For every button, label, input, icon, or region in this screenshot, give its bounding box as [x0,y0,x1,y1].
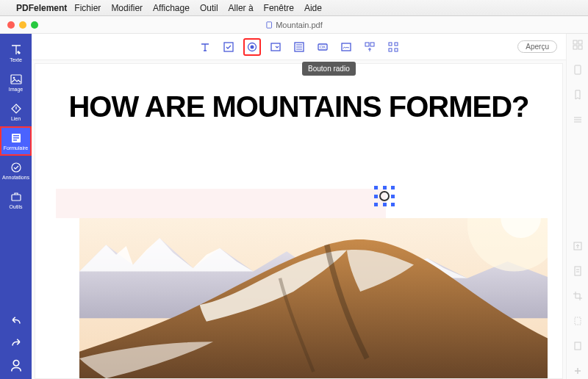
svg-rect-34 [575,317,581,325]
menu-fenetre[interactable]: Fenêtre [264,3,294,13]
traffic-lights [0,21,38,29]
macos-menubar: PDFelement Fichier Modifier Affichage Ou… [0,0,588,16]
svg-rect-35 [575,342,581,350]
svg-rect-5 [13,137,19,139]
left-sidebar: Texte Image Lien Formulaire Annotations … [0,34,32,379]
tool-annotations[interactable]: Annotations [0,156,32,185]
page-mountain-image [79,218,548,378]
panel-export-icon[interactable] [573,241,583,254]
document-canvas[interactable]: HOW ARE MOUNTAINS FORMED? [35,63,563,379]
svg-point-2 [12,76,15,79]
form-icon [10,132,22,144]
menu-outil[interactable]: Outil [200,3,218,13]
svg-rect-0 [267,21,272,27]
undo-button[interactable] [9,314,24,329]
svg-rect-27 [573,40,577,44]
menu-allera[interactable]: Aller à [229,3,254,13]
app-name[interactable]: PDFelement [16,3,67,13]
form-textfield-button[interactable] [196,38,214,56]
svg-rect-17 [342,43,351,51]
svg-rect-28 [578,40,582,44]
svg-point-7 [12,163,21,172]
page-headline: HOW ARE MOUNTAINS FORMED? [35,90,562,123]
panel-page-icon[interactable] [573,65,583,78]
svg-rect-4 [13,135,19,137]
tool-outils[interactable]: Outils [0,185,32,214]
link-icon [10,103,22,115]
svg-rect-33 [575,267,581,275]
svg-point-9 [13,361,19,367]
form-dropdown-button[interactable] [267,38,284,56]
svg-rect-21 [395,43,398,46]
page-pink-block [56,189,386,218]
panel-add-icon[interactable] [573,366,583,379]
svg-rect-30 [578,46,582,49]
form-radio-button[interactable] [243,38,261,56]
window-titlebar: Mountain.pdf [0,16,588,34]
form-align-button[interactable] [361,38,379,56]
close-window-button[interactable] [7,21,15,29]
form-checkbox-button[interactable] [220,38,237,56]
radio-ring-icon [379,191,390,201]
image-icon [10,73,22,85]
radio-tooltip: Bouton radio [302,62,356,76]
panel-page2-icon[interactable] [573,316,583,329]
panel-grid-icon[interactable] [573,40,583,53]
svg-rect-18 [365,43,369,46]
form-button-button[interactable]: OK [314,38,331,56]
panel-lines-icon[interactable] [573,115,583,128]
svg-rect-22 [389,48,392,51]
svg-rect-20 [389,43,392,46]
panel-bookmark-icon[interactable] [573,90,583,103]
menu-fichier[interactable]: Fichier [74,3,101,13]
form-signature-button[interactable] [337,38,355,56]
svg-rect-1 [11,75,21,84]
fullscreen-window-button[interactable] [31,21,38,29]
form-listbox-button[interactable] [290,38,308,56]
document-icon [265,21,273,29]
right-sidebar [566,34,588,379]
svg-rect-6 [13,140,17,141]
text-edit-icon [10,44,22,56]
editor-center: OK Aperçu Bouton radio HOW ARE MOUNTAINS… [32,34,566,379]
minimize-window-button[interactable] [19,21,26,29]
panel-crop-icon[interactable] [573,291,583,304]
tool-image[interactable]: Image [0,68,32,97]
form-more-button[interactable] [384,38,402,56]
document-title-text: Mountain.pdf [276,21,323,29]
svg-text:OK: OK [319,45,326,49]
tool-texte[interactable]: Texte [0,38,32,68]
svg-rect-10 [224,43,233,51]
svg-rect-23 [395,48,398,51]
menu-affichage[interactable]: Affichage [153,3,190,13]
svg-point-12 [250,45,254,48]
panel-page3-icon[interactable] [573,341,583,354]
svg-rect-13 [271,43,280,51]
form-toolbar: OK Aperçu Bouton radio [32,34,566,60]
annotations-icon [10,162,22,173]
menu-modifier[interactable]: Modifier [111,3,143,13]
menu-aide[interactable]: Aide [304,3,322,13]
svg-rect-29 [573,46,577,49]
toolbox-icon [10,191,22,203]
document-title: Mountain.pdf [265,21,323,29]
user-button[interactable] [9,358,24,373]
svg-rect-8 [12,195,21,201]
radio-field-selected[interactable] [376,187,393,205]
redo-button[interactable] [9,336,24,351]
panel-doc-icon[interactable] [573,266,583,279]
svg-rect-19 [370,43,374,46]
tool-lien[interactable]: Lien [0,97,32,126]
tool-formulaire[interactable]: Formulaire [0,126,32,156]
svg-rect-31 [575,65,581,74]
preview-button[interactable]: Aperçu [517,40,557,53]
